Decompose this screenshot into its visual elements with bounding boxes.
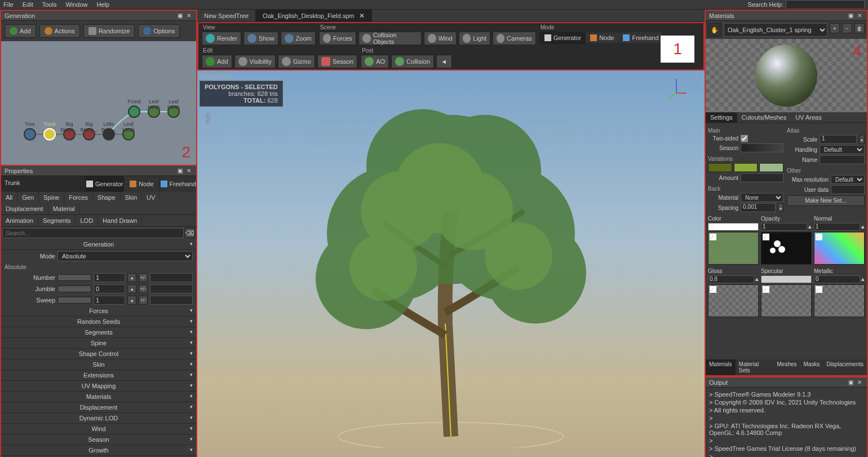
menu-tools[interactable]: Tools [42,1,57,8]
spinner-icon[interactable]: ▴ [861,275,865,283]
tab-displacement[interactable]: Displacement [1,203,48,214]
handling-select[interactable]: Default [820,145,865,154]
mode-generator-button[interactable]: Generator [540,32,586,43]
prop-search-input[interactable] [2,228,184,238]
menu-edit[interactable]: Edit [23,1,33,8]
mat-add-button[interactable]: + [830,23,840,33]
close-tab-icon[interactable]: ✕ [359,12,365,20]
group-season[interactable]: Season▾ [1,434,196,445]
node-frond[interactable] [128,106,140,118]
btab-material-sets[interactable]: Material Sets [736,359,774,375]
two-sided-checkbox[interactable] [741,135,748,142]
tab-uv[interactable]: UV [142,192,160,203]
prop-search-clear-icon[interactable]: ⌫ [185,228,195,238]
color-value[interactable] [708,223,759,231]
material-select[interactable]: Oak_English_Cluster_1 spring [724,23,827,37]
toggle-icon[interactable]: +/- [139,273,148,282]
spinner-icon[interactable]: ▴ [808,223,812,231]
btab-meshes[interactable]: Meshes [773,359,800,375]
curve-editor[interactable] [150,296,193,305]
amount-field[interactable] [741,173,783,182]
spinner-up-icon[interactable]: ▴ [127,284,136,293]
menu-help[interactable]: Help [97,1,110,8]
panel-popout-icon[interactable]: ▣ [847,12,854,20]
tab-shape[interactable]: Shape [93,192,121,203]
panel-close-icon[interactable]: ✕ [185,167,193,175]
tab-oak-english[interactable]: Oak_English_Desktop_Field.spm✕ [256,10,372,21]
tab-all[interactable]: All [1,192,17,203]
spinner-icon[interactable]: ▴ [778,203,783,212]
tab-material[interactable]: Material [48,203,80,214]
group-forces[interactable]: Forces▾ [1,306,196,317]
group-random-seeds[interactable]: Random Seeds▾ [1,317,196,327]
btab-displacements[interactable]: Displacements [823,359,867,375]
btab-materials[interactable]: Materials [706,359,736,375]
view-show-button[interactable]: Show [243,32,278,45]
color-map[interactable]: ✓ [708,232,759,265]
scene-light-button[interactable]: Light [459,32,490,45]
tab-new-speedtree[interactable]: New SpeedTree [197,10,256,21]
spacing-field[interactable]: 0.001 [741,203,776,212]
tab-skin[interactable]: Skin [121,192,142,203]
post-collision-button[interactable]: Collision [391,55,434,68]
slider[interactable] [57,297,91,304]
post-back-button[interactable]: ◄ [436,55,452,68]
prop-mode-freehand[interactable]: Freehand [160,176,196,192]
prop-mode-node[interactable]: Node [123,176,160,192]
view-zoom-button[interactable]: Zoom [281,32,316,45]
toggle-icon[interactable]: +/- [139,296,148,305]
gen-actions-button[interactable]: Actions [39,24,80,38]
value-field[interactable]: 1 [94,273,125,282]
edit-visibility-button[interactable]: Visibility [234,55,276,68]
post-ao-button[interactable]: AO [361,55,389,68]
group-segments[interactable]: Segments▾ [1,327,196,338]
slider[interactable] [57,285,91,292]
toggle-icon[interactable]: +/- [139,284,148,293]
node-trunk[interactable] [43,128,56,140]
tab-segments[interactable]: Segments [38,215,76,226]
scale-field[interactable]: 1 [820,135,857,144]
season-curve[interactable] [741,143,783,152]
userdata-field[interactable] [831,185,865,194]
scene-forces-button[interactable]: Forces [319,32,356,45]
axis-gizmo[interactable] [665,76,688,100]
view-render-button[interactable]: Render [202,32,241,45]
group-uv-mapping[interactable]: UV Mapping▾ [1,381,196,392]
gen-options-button[interactable]: Options [138,24,180,38]
tab-spine[interactable]: Spine [39,192,64,203]
mat-remove-button[interactable]: − [842,23,852,33]
mode-freehand-button[interactable]: Freehand [618,32,663,43]
edit-season-button[interactable]: Season [317,55,357,68]
opacity-value[interactable]: 1 [761,223,807,231]
slider[interactable] [57,274,91,281]
menu-file[interactable]: File [3,1,14,8]
curve-editor[interactable] [150,284,193,293]
panel-popout-icon[interactable]: ▣ [176,167,184,175]
edit-add-button[interactable]: Add [202,55,232,68]
panel-close-icon[interactable]: ✕ [856,379,863,386]
prop-mode-select[interactable]: Absolute [57,251,193,261]
viewport[interactable]: perspective POLYGONS - SELECTED branches… [197,71,705,457]
back-material-select[interactable]: None [741,193,783,202]
tab-handdrawn[interactable]: Hand Drawn [98,215,142,226]
group-growth[interactable]: Growth▾ [1,445,196,456]
mat-trash-icon[interactable]: 🗑 [854,23,865,33]
group-extensions[interactable]: Extensions▾ [1,370,196,381]
group-spine[interactable]: Spine▾ [1,338,196,349]
spinner-icon[interactable]: ▴ [859,135,865,144]
value-field[interactable]: 0 [94,284,125,293]
gen-add-button[interactable]: Add [5,24,36,38]
mat-tab-uvareas[interactable]: UV Areas [791,112,826,122]
tab-lod[interactable]: LOD [76,215,98,226]
group-skin[interactable]: Skin▾ [1,359,196,370]
scene-wind-button[interactable]: Wind [424,32,457,45]
panel-close-icon[interactable]: ✕ [185,12,193,20]
mat-tab-settings[interactable]: Settings [706,112,737,122]
opacity-map[interactable]: ✓ [761,232,812,265]
panel-popout-icon[interactable]: ▣ [176,12,184,20]
scene-collision-button[interactable]: Collision Objects [358,32,422,45]
normal-value[interactable]: 1 [814,223,860,231]
spinner-up-icon[interactable]: ▴ [127,273,136,282]
spinner-icon[interactable]: ▴ [861,223,865,231]
group-materials[interactable]: Materials▾ [1,392,196,402]
